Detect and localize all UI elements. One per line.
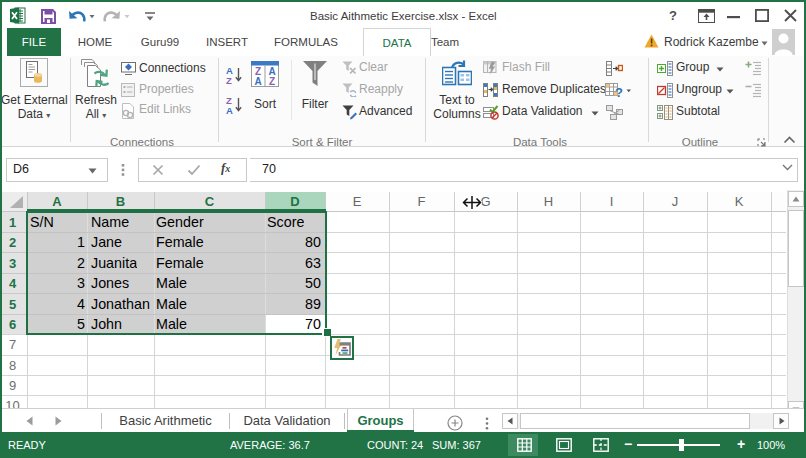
- svg-text:A: A: [226, 105, 233, 115]
- svg-text:A: A: [254, 76, 261, 87]
- svg-text:Z: Z: [269, 76, 275, 87]
- svg-text:?: ?: [615, 85, 623, 99]
- svg-text:Z: Z: [226, 75, 232, 85]
